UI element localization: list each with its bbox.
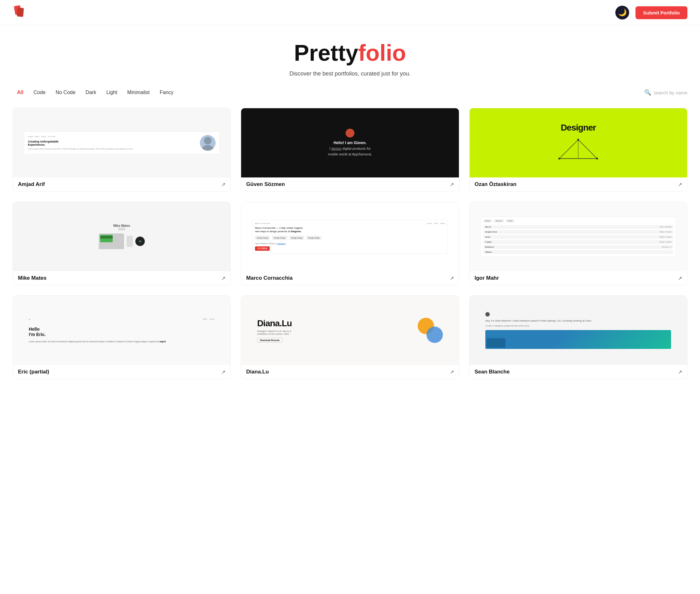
- submit-portfolio-button[interactable]: Submit Portfolio: [635, 6, 688, 19]
- portfolio-card-amjad[interactable]: amjadWorkAboutLet's talk Creating Unforg…: [12, 108, 231, 192]
- portfolio-card-ozan[interactable]: Designer Ozan Öztaskiran ↗: [469, 108, 688, 192]
- logo[interactable]: [12, 5, 26, 20]
- portfolio-card-igor[interactable]: Notes Browse Trash @p.msEdit / Simplify …: [469, 202, 688, 285]
- filter-tag-dark[interactable]: Dark: [81, 87, 101, 98]
- filter-tag-code[interactable]: Code: [29, 87, 50, 98]
- portfolio-card-eric[interactable]: ● WorkAbout HelloI'm Eric. Lorem ipsum d…: [12, 295, 231, 379]
- filter-tag-light[interactable]: Light: [102, 87, 122, 98]
- card-name-eric: Eric (partial): [18, 369, 49, 375]
- external-link-icon-ozan[interactable]: ↗: [678, 182, 682, 188]
- card-thumbnail-guven: Hello! I am Güven. I design digital prod…: [241, 108, 458, 177]
- card-thumbnail-sean: Hey, I'm Sean Blanche! I work freelance …: [470, 296, 687, 365]
- card-thumbnail-mike: Mike Mates2020 72: [13, 202, 230, 271]
- card-name-ozan: Ozan Öztaskiran: [475, 181, 516, 188]
- card-footer-mike: Mike Mates ↗: [13, 271, 230, 285]
- external-link-icon-sean[interactable]: ↗: [678, 369, 682, 375]
- card-footer-amjad: Amjad Arif ↗: [13, 177, 230, 191]
- filter-tag-all[interactable]: All: [12, 87, 28, 98]
- svg-line-8: [578, 140, 587, 149]
- card-footer-igor: Igor Mahr ↗: [470, 271, 687, 285]
- svg-line-7: [569, 140, 578, 149]
- card-name-diana: Diana.Lu: [246, 369, 269, 375]
- external-link-icon-mike[interactable]: ↗: [221, 275, 225, 281]
- card-footer-sean: Sean Blanche ↗: [470, 365, 687, 379]
- portfolio-card-mike[interactable]: Mike Mates2020 72 Mike Mates ↗: [12, 202, 231, 285]
- portfolio-card-marco[interactable]: Marco CornacchiaHomeWorkAbout Marco Corn…: [241, 202, 459, 285]
- filter-tags: All Code No Code Dark Light Minimalist F…: [12, 87, 644, 98]
- portfolio-card-guven[interactable]: Hello! I am Güven. I design digital prod…: [241, 108, 459, 192]
- card-name-sean: Sean Blanche: [475, 369, 510, 375]
- filter-bar: All Code No Code Dark Light Minimalist F…: [0, 87, 700, 98]
- filter-tag-minimalist[interactable]: Minimalist: [123, 87, 154, 98]
- external-link-icon-guven[interactable]: ↗: [450, 182, 454, 188]
- header: 🌙 Submit Portfolio: [0, 0, 700, 26]
- card-name-mike: Mike Mates: [18, 275, 46, 281]
- svg-point-10: [559, 158, 560, 160]
- card-footer-eric: Eric (partial) ↗: [13, 365, 230, 379]
- hero-subtitle: Discover the best portfolios, curated ju…: [6, 70, 694, 77]
- card-name-igor: Igor Mahr: [475, 275, 499, 281]
- filter-tag-nocode[interactable]: No Code: [51, 87, 80, 98]
- external-link-icon-eric[interactable]: ↗: [221, 369, 225, 375]
- card-thumbnail-igor: Notes Browse Trash @p.msEdit / Simplify …: [470, 202, 687, 271]
- header-right: 🌙 Submit Portfolio: [615, 6, 688, 20]
- hero-title: Prettyfolio: [6, 41, 694, 65]
- svg-rect-1: [17, 7, 24, 17]
- svg-point-9: [577, 139, 579, 141]
- external-link-icon-marco[interactable]: ↗: [450, 275, 454, 281]
- hero-section: Prettyfolio Discover the best portfolios…: [0, 26, 700, 87]
- card-thumbnail-marco: Marco CornacchiaHomeWorkAbout Marco Corn…: [241, 202, 458, 271]
- card-name-guven: Güven Sözmen: [246, 181, 285, 188]
- portfolio-card-sean[interactable]: Hey, I'm Sean Blanche! I work freelance …: [469, 295, 688, 379]
- svg-point-2: [204, 137, 212, 144]
- card-footer-diana: Diana.Lu ↗: [241, 365, 458, 379]
- card-thumbnail-diana: Diana.Lu Designer based in LA, this is a…: [241, 296, 458, 365]
- search-icon: 🔍: [644, 89, 651, 96]
- portfolio-grid: amjadWorkAboutLet's talk Creating Unforg…: [0, 108, 700, 398]
- search-placeholder: search by name: [654, 90, 688, 95]
- card-name-marco: Marco Cornacchia: [246, 275, 292, 281]
- card-thumbnail-eric: ● WorkAbout HelloI'm Eric. Lorem ipsum d…: [13, 296, 230, 365]
- svg-point-11: [596, 158, 598, 160]
- card-footer-guven: Güven Sözmen ↗: [241, 177, 458, 191]
- filter-tag-fancy[interactable]: Fancy: [155, 87, 178, 98]
- portfolio-card-diana[interactable]: Diana.Lu Designer based in LA, this is a…: [241, 295, 459, 379]
- card-thumbnail-ozan: Designer: [470, 108, 687, 177]
- external-link-icon-igor[interactable]: ↗: [678, 275, 682, 281]
- card-name-amjad: Amjad Arif: [18, 181, 45, 188]
- external-link-icon-amjad[interactable]: ↗: [221, 182, 225, 188]
- external-link-icon-diana[interactable]: ↗: [450, 369, 454, 375]
- card-thumbnail-amjad: amjadWorkAboutLet's talk Creating Unforg…: [13, 108, 230, 177]
- card-footer-marco: Marco Cornacchia ↗: [241, 271, 458, 285]
- card-footer-ozan: Ozan Öztaskiran ↗: [470, 177, 687, 191]
- dark-mode-button[interactable]: 🌙: [615, 6, 629, 20]
- search-area[interactable]: 🔍 search by name: [644, 89, 688, 96]
